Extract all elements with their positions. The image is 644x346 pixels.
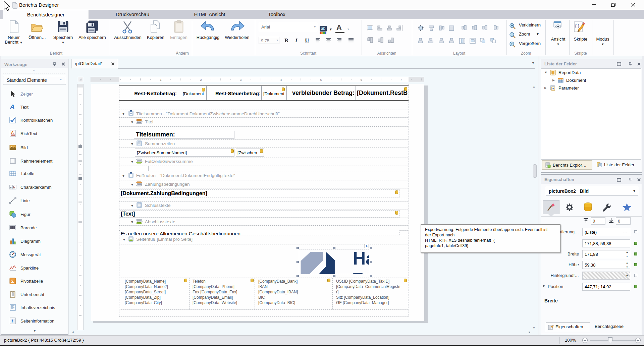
svg-text:3: 3 [240, 78, 241, 81]
svg-text:b: b [13, 186, 15, 189]
svg-text:a: a [10, 186, 12, 189]
svg-text:A: A [11, 130, 14, 134]
svg-text:A: A [9, 103, 15, 111]
svg-text:{ }: { } [575, 23, 580, 28]
svg-text:6: 6 [360, 78, 362, 81]
svg-text:Σ: Σ [11, 278, 14, 284]
svg-text:2: 2 [200, 78, 202, 81]
svg-text:Ha: Ha [353, 249, 369, 268]
svg-text:7: 7 [400, 78, 402, 81]
svg-text:1: 1 [160, 78, 161, 81]
svg-text:5: 5 [320, 78, 322, 81]
svg-text:4: 4 [280, 78, 282, 81]
svg-text:?: ? [552, 87, 554, 91]
